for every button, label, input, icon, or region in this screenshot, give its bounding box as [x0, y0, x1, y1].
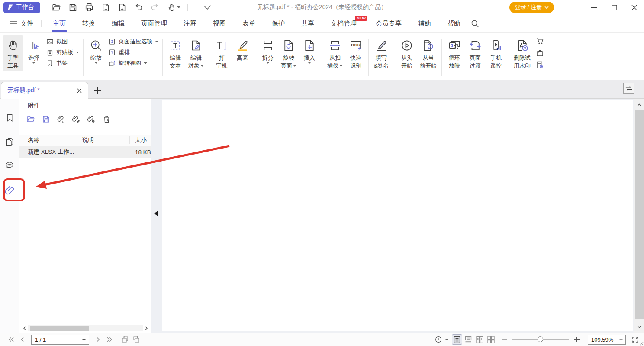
dropdown-caret[interactable] [619, 339, 623, 341]
panel-horizontal-scrollbar[interactable] [22, 325, 149, 332]
zoom-in-icon[interactable] [571, 334, 583, 345]
pdf-page[interactable] [162, 100, 633, 331]
minimize-button[interactable] [584, 0, 604, 15]
menu-help[interactable]: 帮助 [444, 15, 464, 33]
dropdown-caret[interactable] [445, 339, 448, 340]
tab-close-icon[interactable] [75, 86, 84, 95]
zoom-percentage-input[interactable]: 109.59% [588, 335, 626, 345]
menu-page-management[interactable]: 页面管理 [138, 15, 171, 33]
rotate-view-button[interactable]: 旋转视图 [108, 59, 158, 67]
menu-protect[interactable]: 保护 [268, 15, 288, 33]
fill-sign-button[interactable]: 填写 &签名 [371, 35, 392, 71]
shop-bag-icon[interactable] [536, 49, 544, 58]
scroll-up-icon[interactable] [634, 100, 644, 109]
column-name[interactable]: 名称 [19, 136, 77, 144]
comments-panel-icon[interactable] [0, 156, 19, 175]
attachment-settings-icon[interactable] [87, 114, 96, 124]
play-from-start-button[interactable]: 从头 开始 [396, 35, 417, 71]
facing-view-icon[interactable] [474, 334, 485, 345]
menu-member-exclusive[interactable]: 会员专享 [372, 15, 405, 33]
highlight-button[interactable]: 高亮 [232, 35, 253, 64]
typewriter-button[interactable]: 打 字机 [211, 35, 232, 71]
undo-icon[interactable] [132, 1, 145, 13]
rotate-pages-button[interactable]: 旋转 页面 [278, 35, 299, 71]
save-icon[interactable] [66, 1, 79, 13]
page-fit-options-button[interactable]: 页面适应选项 [108, 38, 158, 45]
next-page-icon[interactable] [93, 334, 104, 345]
split-button[interactable]: 拆分 [258, 35, 278, 65]
next-view-icon[interactable] [131, 334, 142, 345]
insert-button[interactable]: 插入 [299, 35, 320, 65]
redo-icon[interactable] [148, 1, 161, 13]
select-tool-button[interactable]: 选择 [23, 35, 44, 65]
search-icon[interactable] [467, 15, 483, 33]
delete-attachment-icon[interactable] [102, 114, 111, 124]
bookmarks-panel-icon[interactable] [0, 108, 19, 127]
zoom-button[interactable]: 缩放 [86, 35, 106, 65]
menu-accessibility[interactable]: 辅助 [415, 15, 435, 33]
quick-ocr-button[interactable]: OCR 快速 识别 [345, 35, 366, 71]
play-from-current-button[interactable]: 从当 前开始 [417, 35, 439, 71]
menu-file[interactable]: 文件 [7, 15, 37, 33]
document-vertical-scrollbar[interactable] [634, 99, 644, 333]
first-page-icon[interactable] [5, 334, 16, 345]
document-tab[interactable]: 无标题.pdf * [1, 82, 88, 99]
attachment-row[interactable]: 新建 XLSX 工作... 18 KB [19, 146, 151, 158]
facing-continuous-view-icon[interactable] [486, 334, 496, 345]
menu-home[interactable]: 主页 [49, 15, 69, 33]
from-scanner-button[interactable]: 从扫 描仪 [325, 35, 345, 71]
zoom-slider-track[interactable] [512, 339, 569, 340]
remove-trial-watermark-button[interactable]: 删除试 用水印 [511, 35, 533, 71]
fullscreen-icon[interactable] [629, 334, 641, 345]
menu-edit[interactable]: 编辑 [108, 15, 128, 33]
scroll-left-icon[interactable] [22, 325, 28, 331]
customize-toolbar-icon[interactable] [201, 1, 214, 13]
scrollbar-thumb[interactable] [30, 326, 89, 331]
scroll-down-icon[interactable] [634, 322, 644, 331]
reflow-button[interactable]: 重排 [108, 49, 158, 56]
collapse-panel-arrow[interactable] [154, 210, 158, 217]
zoom-slider-thumb[interactable] [538, 336, 543, 342]
open-file-icon[interactable] [50, 1, 63, 13]
close-button[interactable] [624, 0, 644, 15]
scrollbar-thumb[interactable] [635, 110, 644, 319]
dropdown-caret[interactable] [82, 339, 86, 341]
workbench-button[interactable]: 工作台 [3, 2, 40, 13]
maximize-button[interactable] [604, 0, 624, 15]
continuous-view-icon[interactable] [463, 334, 473, 345]
single-page-view-icon[interactable] [452, 334, 462, 345]
new-document-icon[interactable] [116, 1, 129, 13]
menu-share[interactable]: 共享 [298, 15, 318, 33]
page-number-input[interactable]: 1 / 1 [31, 335, 89, 345]
bookmark-button[interactable]: 书签 [46, 59, 79, 67]
preferences-icon[interactable] [536, 61, 544, 70]
hand-tool-quick-icon[interactable] [165, 1, 182, 13]
close-document-icon[interactable] [99, 1, 112, 13]
previous-view-icon[interactable] [119, 334, 131, 345]
edit-object-button[interactable]: 编辑 对象 [186, 35, 206, 71]
new-tab-button[interactable] [93, 85, 102, 95]
window-resize-grip[interactable] [640, 342, 644, 346]
print-icon[interactable] [83, 1, 96, 13]
pages-panel-icon[interactable] [0, 132, 19, 151]
screenshot-button[interactable]: 截图 [46, 38, 79, 45]
hand-tool-button[interactable]: 手型 工具 [3, 35, 23, 71]
zoom-out-icon[interactable] [499, 334, 510, 345]
menu-view[interactable]: 视图 [209, 15, 229, 33]
edit-text-button[interactable]: 编辑 文本 [165, 35, 186, 71]
clipboard-button[interactable]: 剪贴板 [46, 49, 79, 56]
menu-convert[interactable]: 转换 [79, 15, 99, 33]
login-register-button[interactable]: 登录 / 注册 [509, 2, 554, 13]
scrollbar-track[interactable] [28, 325, 143, 331]
phone-remote-button[interactable]: 手机 遥控 [486, 35, 506, 71]
attachments-panel-icon[interactable] [0, 180, 19, 200]
menu-comment[interactable]: 注释 [180, 15, 200, 33]
loop-play-button[interactable]: 循环 放映 [444, 35, 465, 71]
column-size[interactable]: 大小 [130, 136, 151, 144]
menu-form[interactable]: 表单 [239, 15, 259, 33]
previous-page-icon[interactable] [16, 334, 28, 345]
save-attachment-icon[interactable] [41, 114, 51, 124]
page-transition-button[interactable]: 页面 过渡 [465, 35, 486, 71]
autoscroll-icon[interactable] [433, 334, 444, 345]
switch-panel-icon[interactable] [623, 83, 634, 94]
